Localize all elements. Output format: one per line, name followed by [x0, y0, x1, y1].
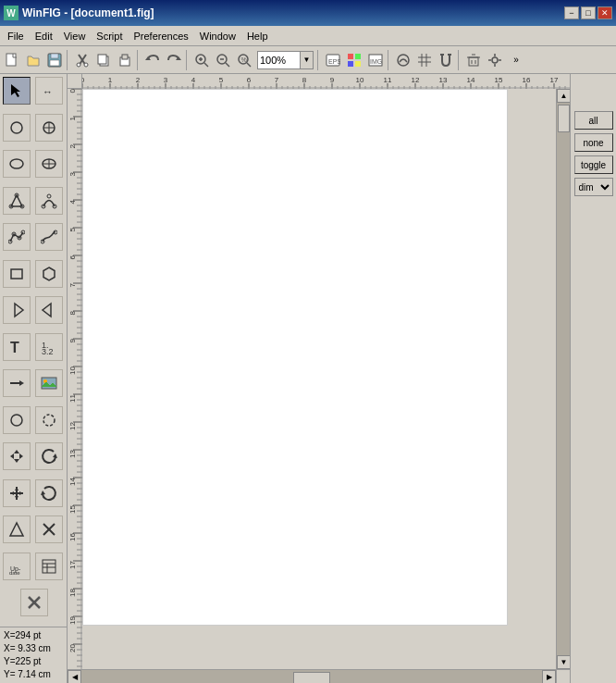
window-controls: − □ ✕	[564, 6, 612, 19]
scale-tool[interactable]: ↔	[35, 77, 63, 105]
toggle-button[interactable]: toggle	[574, 155, 613, 174]
dim-select[interactable]: dim x y z	[574, 178, 613, 196]
minimize-button[interactable]: −	[564, 6, 579, 19]
toolbar-more-btn[interactable]: »	[506, 50, 526, 70]
svg-marker-85	[14, 450, 19, 453]
polygon-spline2-tool[interactable]	[35, 187, 63, 215]
settings-btn[interactable]	[485, 50, 505, 70]
svg-text:3.2: 3.2	[42, 347, 54, 355]
zoom-in-button[interactable]	[191, 50, 212, 70]
zoom-input[interactable]	[258, 52, 300, 68]
all-button[interactable]: all	[574, 111, 613, 130]
trash-btn[interactable]	[463, 50, 484, 70]
scroll-up-btn[interactable]: ▲	[557, 89, 570, 103]
svg-rect-72	[11, 269, 22, 279]
polyline-tool[interactable]	[3, 223, 31, 251]
scroll-v-thumb[interactable]	[558, 105, 570, 132]
rotate2-tool[interactable]	[35, 479, 63, 507]
svg-point-32	[398, 55, 409, 66]
svg-rect-11	[122, 55, 128, 59]
arrow-right-tool[interactable]	[3, 369, 31, 397]
arrow-tool[interactable]	[3, 296, 31, 324]
circle-crosshair-tool[interactable]	[35, 114, 63, 142]
scroll-left-btn[interactable]: ◀	[68, 670, 81, 683]
svg-marker-94	[10, 491, 14, 495]
save-button[interactable]	[44, 50, 65, 70]
delete-all-tool[interactable]	[20, 589, 48, 616]
menu-help[interactable]: Help	[241, 29, 274, 43]
scroll-v-track[interactable]	[557, 103, 570, 655]
y-cm-label: Y= 7.14 cm	[4, 668, 63, 681]
move-tool[interactable]	[3, 442, 31, 470]
magnet-btn[interactable]	[436, 50, 456, 70]
undo-button[interactable]	[142, 50, 163, 70]
hexagon-tool[interactable]	[35, 260, 63, 288]
text-size-tool[interactable]: 1.3.2	[35, 333, 63, 361]
canvas-scroll[interactable]	[82, 89, 556, 669]
svg-rect-102	[43, 560, 55, 573]
paste-button[interactable]	[115, 50, 135, 70]
x-cm-label: X= 9.33 cm	[4, 642, 63, 655]
title-bar: W WinFIG - [document1.fig] − □ ✕	[0, 0, 616, 26]
delete-tool[interactable]	[3, 515, 31, 543]
ellipse-crosshair-tool[interactable]	[35, 150, 63, 178]
open-arc-tool[interactable]	[3, 406, 31, 434]
svg-point-55	[10, 159, 23, 168]
import-btn[interactable]: IMG	[365, 50, 386, 70]
update2-tool[interactable]	[35, 553, 63, 580]
menu-script[interactable]: Script	[91, 29, 128, 43]
redo-button[interactable]	[164, 50, 184, 70]
closed-arc-tool[interactable]	[35, 406, 63, 434]
arc-tool[interactable]	[35, 296, 63, 324]
svg-marker-80	[19, 380, 24, 386]
polygon-spline-tool[interactable]	[3, 187, 31, 215]
scroll-down-btn[interactable]: ▼	[557, 655, 570, 669]
scroll-right-btn[interactable]: ▶	[542, 670, 556, 683]
drawing-canvas[interactable]	[82, 89, 508, 626]
new-button[interactable]	[2, 50, 22, 70]
zoom-dropdown-btn[interactable]: ▼	[300, 52, 313, 68]
rotate-tool[interactable]	[35, 442, 63, 470]
select-tool[interactable]	[3, 77, 31, 105]
copy-button[interactable]	[93, 50, 114, 70]
zoom-fit-button[interactable]: %	[234, 50, 254, 70]
svg-point-83	[11, 415, 22, 426]
left-panel: ↔	[0, 74, 68, 683]
move2-tool[interactable]	[3, 479, 31, 507]
ruler-corner	[68, 74, 82, 89]
toolbar-separator-1	[67, 50, 70, 70]
svg-marker-75	[43, 304, 51, 317]
grid-color-btn[interactable]	[344, 50, 364, 70]
main-area: ↔	[0, 74, 616, 683]
scroll-h-track[interactable]	[81, 670, 542, 683]
grid-btn[interactable]	[414, 50, 435, 70]
export-btn[interactable]: EPS	[323, 50, 343, 70]
delete2-tool[interactable]	[35, 515, 63, 543]
svg-marker-92	[15, 487, 18, 491]
svg-point-44	[492, 57, 498, 63]
vertical-scrollbar[interactable]: ▲ ▼	[556, 89, 570, 669]
menu-preferences[interactable]: Preferences	[128, 29, 193, 43]
scroll-h-thumb[interactable]	[293, 672, 330, 683]
close-button[interactable]: ✕	[598, 6, 612, 19]
spell-btn[interactable]	[393, 50, 413, 70]
ellipse-tool[interactable]	[3, 150, 31, 178]
zoom-out-button[interactable]	[213, 50, 233, 70]
maximize-button[interactable]: □	[581, 6, 596, 19]
canvas-area: ▲ ▼ ◀ ▶	[68, 74, 570, 683]
menu-window[interactable]: Window	[194, 29, 241, 43]
menu-file[interactable]: File	[2, 29, 30, 43]
polyline2-tool[interactable]	[35, 223, 63, 251]
svg-point-64	[47, 194, 51, 198]
coordinate-status: X=294 pt X= 9.33 cm Y=225 pt Y= 7.14 cm	[0, 627, 67, 683]
menu-view[interactable]: View	[58, 29, 92, 43]
none-button[interactable]: none	[574, 133, 613, 152]
box-tool[interactable]	[3, 260, 31, 288]
update-tool[interactable]: Up-date	[3, 553, 31, 580]
open-button[interactable]	[23, 50, 43, 70]
menu-edit[interactable]: Edit	[30, 29, 58, 43]
cut-button[interactable]	[72, 50, 92, 70]
image-tool[interactable]	[35, 369, 63, 397]
text-tool[interactable]: T	[3, 333, 31, 361]
circle-tool[interactable]	[3, 114, 31, 142]
